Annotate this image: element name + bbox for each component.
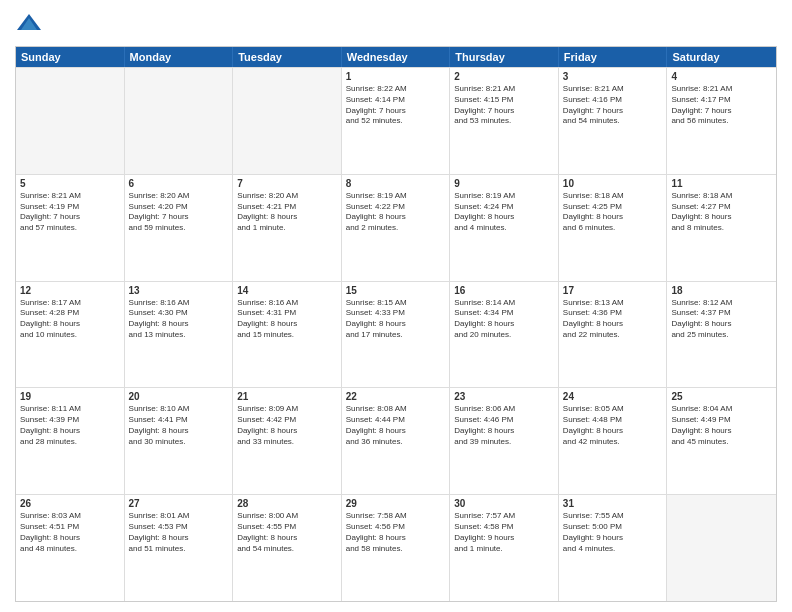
cell-content: Sunrise: 8:22 AM Sunset: 4:14 PM Dayligh… [346,84,446,127]
calendar-row-1: 1Sunrise: 8:22 AM Sunset: 4:14 PM Daylig… [16,67,776,174]
calendar-row-4: 19Sunrise: 8:11 AM Sunset: 4:39 PM Dayli… [16,387,776,494]
cell-content: Sunrise: 8:16 AM Sunset: 4:31 PM Dayligh… [237,298,337,341]
day-number: 27 [129,498,229,509]
calendar-row-2: 5Sunrise: 8:21 AM Sunset: 4:19 PM Daylig… [16,174,776,281]
day-number: 26 [20,498,120,509]
cal-cell-3-5: 16Sunrise: 8:14 AM Sunset: 4:34 PM Dayli… [450,282,559,388]
cal-cell-4-1: 19Sunrise: 8:11 AM Sunset: 4:39 PM Dayli… [16,388,125,494]
calendar-row-5: 26Sunrise: 8:03 AM Sunset: 4:51 PM Dayli… [16,494,776,601]
logo [15,10,47,38]
day-number: 15 [346,285,446,296]
cell-content: Sunrise: 8:05 AM Sunset: 4:48 PM Dayligh… [563,404,663,447]
day-number: 30 [454,498,554,509]
header-day-tuesday: Tuesday [233,47,342,67]
cell-content: Sunrise: 8:21 AM Sunset: 4:17 PM Dayligh… [671,84,772,127]
day-number: 14 [237,285,337,296]
cal-cell-4-3: 21Sunrise: 8:09 AM Sunset: 4:42 PM Dayli… [233,388,342,494]
cal-cell-3-3: 14Sunrise: 8:16 AM Sunset: 4:31 PM Dayli… [233,282,342,388]
cal-cell-5-6: 31Sunrise: 7:55 AM Sunset: 5:00 PM Dayli… [559,495,668,601]
day-number: 22 [346,391,446,402]
cal-cell-3-2: 13Sunrise: 8:16 AM Sunset: 4:30 PM Dayli… [125,282,234,388]
cal-cell-3-4: 15Sunrise: 8:15 AM Sunset: 4:33 PM Dayli… [342,282,451,388]
day-number: 31 [563,498,663,509]
day-number: 28 [237,498,337,509]
cal-cell-2-4: 8Sunrise: 8:19 AM Sunset: 4:22 PM Daylig… [342,175,451,281]
day-number: 8 [346,178,446,189]
cell-content: Sunrise: 8:18 AM Sunset: 4:27 PM Dayligh… [671,191,772,234]
cal-cell-2-3: 7Sunrise: 8:20 AM Sunset: 4:21 PM Daylig… [233,175,342,281]
cal-cell-2-5: 9Sunrise: 8:19 AM Sunset: 4:24 PM Daylig… [450,175,559,281]
day-number: 10 [563,178,663,189]
cal-cell-3-1: 12Sunrise: 8:17 AM Sunset: 4:28 PM Dayli… [16,282,125,388]
cell-content: Sunrise: 8:19 AM Sunset: 4:22 PM Dayligh… [346,191,446,234]
header [15,10,777,38]
cell-content: Sunrise: 7:58 AM Sunset: 4:56 PM Dayligh… [346,511,446,554]
day-number: 9 [454,178,554,189]
cal-cell-4-6: 24Sunrise: 8:05 AM Sunset: 4:48 PM Dayli… [559,388,668,494]
day-number: 13 [129,285,229,296]
day-number: 19 [20,391,120,402]
day-number: 18 [671,285,772,296]
day-number: 3 [563,71,663,82]
cal-cell-1-6: 3Sunrise: 8:21 AM Sunset: 4:16 PM Daylig… [559,68,668,174]
day-number: 7 [237,178,337,189]
cell-content: Sunrise: 8:14 AM Sunset: 4:34 PM Dayligh… [454,298,554,341]
cell-content: Sunrise: 8:12 AM Sunset: 4:37 PM Dayligh… [671,298,772,341]
calendar-body: 1Sunrise: 8:22 AM Sunset: 4:14 PM Daylig… [16,67,776,601]
cal-cell-1-1 [16,68,125,174]
cal-cell-5-5: 30Sunrise: 7:57 AM Sunset: 4:58 PM Dayli… [450,495,559,601]
header-day-wednesday: Wednesday [342,47,451,67]
header-day-monday: Monday [125,47,234,67]
day-number: 5 [20,178,120,189]
day-number: 25 [671,391,772,402]
cell-content: Sunrise: 8:19 AM Sunset: 4:24 PM Dayligh… [454,191,554,234]
cell-content: Sunrise: 8:03 AM Sunset: 4:51 PM Dayligh… [20,511,120,554]
cal-cell-3-7: 18Sunrise: 8:12 AM Sunset: 4:37 PM Dayli… [667,282,776,388]
page: SundayMondayTuesdayWednesdayThursdayFrid… [0,0,792,612]
day-number: 21 [237,391,337,402]
cal-cell-5-3: 28Sunrise: 8:00 AM Sunset: 4:55 PM Dayli… [233,495,342,601]
cal-cell-5-7 [667,495,776,601]
cell-content: Sunrise: 8:21 AM Sunset: 4:19 PM Dayligh… [20,191,120,234]
day-number: 1 [346,71,446,82]
cal-cell-4-7: 25Sunrise: 8:04 AM Sunset: 4:49 PM Dayli… [667,388,776,494]
day-number: 4 [671,71,772,82]
day-number: 29 [346,498,446,509]
cell-content: Sunrise: 8:01 AM Sunset: 4:53 PM Dayligh… [129,511,229,554]
cal-cell-5-4: 29Sunrise: 7:58 AM Sunset: 4:56 PM Dayli… [342,495,451,601]
calendar: SundayMondayTuesdayWednesdayThursdayFrid… [15,46,777,602]
day-number: 23 [454,391,554,402]
cal-cell-4-2: 20Sunrise: 8:10 AM Sunset: 4:41 PM Dayli… [125,388,234,494]
cell-content: Sunrise: 8:06 AM Sunset: 4:46 PM Dayligh… [454,404,554,447]
cell-content: Sunrise: 8:08 AM Sunset: 4:44 PM Dayligh… [346,404,446,447]
day-number: 16 [454,285,554,296]
cell-content: Sunrise: 7:55 AM Sunset: 5:00 PM Dayligh… [563,511,663,554]
day-number: 2 [454,71,554,82]
cell-content: Sunrise: 8:21 AM Sunset: 4:16 PM Dayligh… [563,84,663,127]
cal-cell-2-2: 6Sunrise: 8:20 AM Sunset: 4:20 PM Daylig… [125,175,234,281]
cal-cell-5-2: 27Sunrise: 8:01 AM Sunset: 4:53 PM Dayli… [125,495,234,601]
cal-cell-1-4: 1Sunrise: 8:22 AM Sunset: 4:14 PM Daylig… [342,68,451,174]
cal-cell-1-5: 2Sunrise: 8:21 AM Sunset: 4:15 PM Daylig… [450,68,559,174]
cell-content: Sunrise: 7:57 AM Sunset: 4:58 PM Dayligh… [454,511,554,554]
cal-cell-2-1: 5Sunrise: 8:21 AM Sunset: 4:19 PM Daylig… [16,175,125,281]
cell-content: Sunrise: 8:09 AM Sunset: 4:42 PM Dayligh… [237,404,337,447]
cell-content: Sunrise: 8:04 AM Sunset: 4:49 PM Dayligh… [671,404,772,447]
day-number: 11 [671,178,772,189]
day-number: 6 [129,178,229,189]
day-number: 24 [563,391,663,402]
logo-icon [15,10,43,38]
cell-content: Sunrise: 8:20 AM Sunset: 4:21 PM Dayligh… [237,191,337,234]
cal-cell-4-5: 23Sunrise: 8:06 AM Sunset: 4:46 PM Dayli… [450,388,559,494]
cell-content: Sunrise: 8:17 AM Sunset: 4:28 PM Dayligh… [20,298,120,341]
cell-content: Sunrise: 8:15 AM Sunset: 4:33 PM Dayligh… [346,298,446,341]
cal-cell-5-1: 26Sunrise: 8:03 AM Sunset: 4:51 PM Dayli… [16,495,125,601]
header-day-friday: Friday [559,47,668,67]
day-number: 20 [129,391,229,402]
cell-content: Sunrise: 8:21 AM Sunset: 4:15 PM Dayligh… [454,84,554,127]
calendar-header: SundayMondayTuesdayWednesdayThursdayFrid… [16,47,776,67]
cal-cell-4-4: 22Sunrise: 8:08 AM Sunset: 4:44 PM Dayli… [342,388,451,494]
cell-content: Sunrise: 8:20 AM Sunset: 4:20 PM Dayligh… [129,191,229,234]
calendar-row-3: 12Sunrise: 8:17 AM Sunset: 4:28 PM Dayli… [16,281,776,388]
cell-content: Sunrise: 8:13 AM Sunset: 4:36 PM Dayligh… [563,298,663,341]
